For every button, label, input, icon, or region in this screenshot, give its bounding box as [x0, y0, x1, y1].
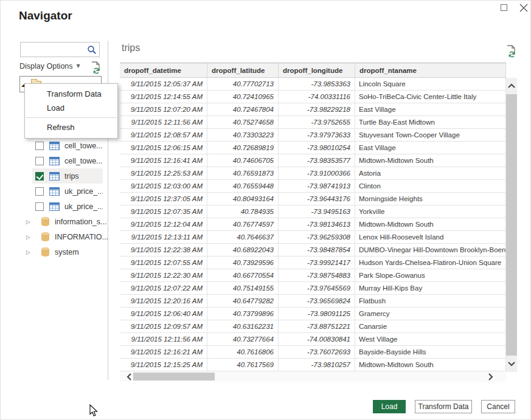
refresh-preview-icon[interactable]	[505, 44, 517, 58]
cell-dropoff-ntaname: Lenox Hill-Roosevelt Island	[355, 231, 506, 243]
search-box	[20, 42, 100, 57]
vertical-scrollbar[interactable]	[506, 78, 517, 372]
table-body: 9/11/2015 12:05:37 AM 40.77702713 -73.98…	[120, 78, 506, 371]
close-icon[interactable]	[518, 2, 529, 13]
refresh-preview-icon[interactable]	[89, 61, 102, 74]
cell-dropoff-ntaname: Turtle Bay-East Midtown	[355, 116, 506, 128]
tree-item-label: system	[55, 248, 79, 256]
transform-data-button[interactable]: Transform Data	[415, 400, 472, 413]
cell-dropoff-datetime: 9/11/2015 12:07:20 AM	[120, 103, 207, 115]
cell-dropoff-ntaname: SoHo-TriBeCa-Civic Center-Little Italy	[355, 91, 506, 103]
cell-dropoff-longitude: -73.98091125	[279, 308, 355, 320]
cell-dropoff-latitude: 40.64779282	[207, 295, 279, 307]
cell-dropoff-latitude: 40.76559448	[207, 180, 279, 192]
cell-dropoff-longitude: -73.76072693	[279, 346, 355, 358]
cell-dropoff-ntaname: Midtown-Midtown South	[355, 359, 506, 371]
tree-item-trips[interactable]: trips	[32, 168, 103, 184]
cell-dropoff-ntaname: Stuyvesant Town-Cooper Village	[355, 129, 506, 141]
cell-dropoff-datetime: 9/11/2015 12:15:25 AM	[120, 359, 207, 371]
cell-dropoff-datetime: 9/11/2015 12:20:16 AM	[120, 295, 207, 307]
search-input[interactable]	[23, 44, 86, 55]
cell-dropoff-longitude: -73.98353577	[279, 154, 355, 167]
cell-dropoff-longitude: -74.00331116	[279, 91, 355, 103]
cell-dropoff-latitude: 40.7617569	[207, 359, 279, 371]
cell-dropoff-datetime: 9/11/2015 12:11:56 AM	[120, 333, 207, 345]
display-options-dropdown[interactable]: Display Options▼	[19, 62, 80, 71]
tree-item-label: cell_towe...	[64, 157, 103, 165]
menu-item-load[interactable]: Load	[25, 101, 117, 115]
table-row: 9/11/2015 12:05:37 AM 40.77702713 -73.98…	[120, 78, 506, 91]
tree-item-uk-price-2[interactable]: uk_price_...	[19, 199, 103, 214]
column-header-dropoff-latitude[interactable]: dropoff_latitude	[207, 63, 279, 77]
maximize-icon[interactable]	[499, 3, 509, 13]
cell-dropoff-ntaname: Murray Hill-Kips Bay	[355, 282, 506, 294]
cell-dropoff-latitude: 40.73929596	[207, 256, 279, 269]
cell-dropoff-latitude: 40.68922043	[207, 244, 279, 256]
cell-dropoff-datetime: 9/11/2015 12:13:11 AM	[120, 231, 207, 243]
database-icon	[41, 217, 49, 226]
table-row: 9/11/2015 12:14:55 AM 40.72410965 -74.00…	[120, 91, 506, 103]
checkbox-unchecked[interactable]	[35, 202, 44, 211]
column-header-dropoff-datetime[interactable]: dropoff_datetime	[120, 63, 207, 77]
horizontal-scrollbar-thumb[interactable]	[133, 373, 215, 380]
cell-dropoff-longitude: -73.96569824	[279, 295, 355, 307]
tree-item-cell-towers-2[interactable]: cell_towe...	[19, 138, 103, 153]
load-button[interactable]: Load	[373, 400, 406, 413]
checkbox-checked[interactable]	[35, 172, 44, 181]
table-row: 9/11/2015 12:06:15 AM 40.72689819 -73.98…	[120, 142, 506, 154]
search-icon[interactable]	[87, 45, 97, 55]
cell-dropoff-datetime: 9/11/2015 12:03:00 AM	[120, 180, 207, 192]
table-row: 9/11/2015 12:06:40 AM 40.73799896 -73.98…	[120, 308, 506, 320]
tree-item-label: trips	[64, 172, 79, 181]
caret-collapsed-icon[interactable]: ▷	[26, 219, 33, 225]
cell-dropoff-datetime: 9/11/2015 12:14:55 AM	[120, 91, 207, 103]
table-row: 9/11/2015 12:22:30 AM 40.66770554 -73.98…	[120, 269, 506, 282]
mouse-cursor	[89, 404, 98, 419]
cell-dropoff-datetime: 9/11/2015 12:07:35 AM	[120, 205, 207, 218]
preview-table: dropoff_datetime dropoff_latitude dropof…	[120, 63, 506, 371]
cell-dropoff-datetime: 9/11/2015 12:08:57 AM	[120, 129, 207, 141]
tree-item-cell-towers-3[interactable]: cell_towe...	[19, 153, 103, 168]
cell-dropoff-longitude: -73.98487854	[279, 244, 355, 256]
maximize-square	[501, 4, 507, 11]
tree-item-system[interactable]: ▷system	[19, 244, 103, 260]
cell-dropoff-datetime: 9/11/2015 12:16:41 AM	[120, 154, 207, 167]
column-header-dropoff-ntaname[interactable]: dropoff_ntaname	[355, 63, 506, 77]
table-row: 9/11/2015 12:09:57 AM 40.63162231 -73.88…	[120, 320, 506, 333]
cell-dropoff-datetime: 9/11/2015 12:37:05 AM	[120, 193, 207, 205]
cell-dropoff-ntaname: Canarsie	[355, 320, 506, 332]
checkbox-unchecked[interactable]	[35, 187, 44, 196]
caret-collapsed-icon[interactable]: ▷	[26, 234, 33, 240]
cell-dropoff-longitude: -73.9495163	[279, 205, 355, 218]
table-row: 9/11/2015 12:11:56 AM 40.73277664 -74.00…	[120, 333, 506, 346]
scroll-up-icon[interactable]	[506, 79, 517, 92]
checkbox-unchecked[interactable]	[35, 142, 44, 150]
checkbox-unchecked[interactable]	[35, 157, 44, 165]
caret-collapsed-icon[interactable]: ▷	[26, 249, 33, 255]
scroll-right-icon[interactable]	[484, 371, 498, 382]
cell-dropoff-longitude: -73.98229218	[279, 103, 355, 115]
menu-item-transform-data[interactable]: Transform Data	[25, 87, 117, 101]
cancel-button[interactable]: Cancel	[481, 400, 515, 413]
cell-dropoff-longitude: -73.96443176	[279, 193, 355, 205]
cell-dropoff-latitude: 40.73799896	[207, 308, 279, 320]
tree-item-uk-price-1[interactable]: uk_price_...	[19, 184, 103, 199]
tree-item-information-schema-1[interactable]: ▷information_s...	[19, 214, 103, 229]
cell-dropoff-datetime: 9/11/2015 12:11:56 AM	[120, 116, 207, 128]
cell-dropoff-ntaname: Flatbush	[355, 295, 506, 307]
cell-dropoff-longitude: -73.97973633	[279, 129, 355, 141]
vertical-scrollbar-thumb[interactable]	[506, 94, 517, 356]
scroll-down-icon[interactable]	[506, 357, 517, 371]
cell-dropoff-datetime: 9/11/2015 12:09:57 AM	[120, 320, 207, 332]
cell-dropoff-latitude: 40.7616806	[207, 346, 279, 358]
menu-item-refresh[interactable]: Refresh	[25, 120, 117, 134]
tree-item-information-schema-2[interactable]: ▷INFORMATIO...	[19, 229, 103, 244]
cell-dropoff-ntaname: Park Slope-Gowanus	[355, 269, 506, 281]
cell-dropoff-ntaname: DUMBO-Vinegar Hill-Downtown Brooklyn-Boe…	[355, 244, 506, 256]
cell-dropoff-longitude: -73.88751221	[279, 320, 355, 332]
column-header-dropoff-longitude[interactable]: dropoff_longitude	[279, 63, 355, 77]
cell-dropoff-ntaname: Astoria	[355, 167, 506, 179]
cell-dropoff-longitude: -73.96259308	[279, 231, 355, 243]
horizontal-scrollbar[interactable]	[120, 371, 506, 382]
database-icon	[41, 247, 49, 256]
